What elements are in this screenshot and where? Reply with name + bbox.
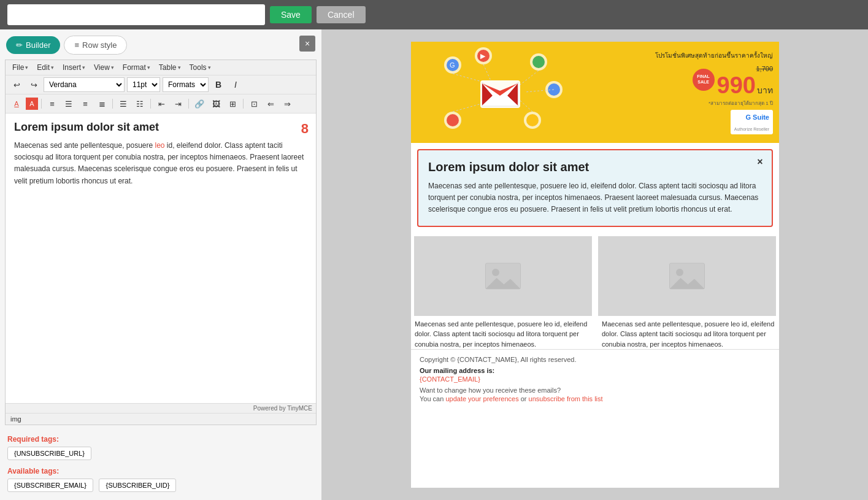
- svg-line-18: [520, 101, 532, 112]
- formats-select[interactable]: Formats: [163, 77, 209, 92]
- image-placeholder-icon-2: [669, 258, 705, 294]
- promo-headline: โปรโมชั่นพิเศษสุดท้ายก่อนขึ้นราคาครั้งให…: [592, 51, 773, 60]
- indent-increase-button[interactable]: ⇥: [171, 96, 185, 111]
- format-toolbar: ↩ ↪ Verdana Arial Times New Roman 11pt 1…: [6, 75, 316, 94]
- alignment-toolbar: A A ≡ ☰ ≡ ≣ ☰ ☷ ⇤ ⇥ 🔗 🖼 ⊞ ⊡ ⇐ ⇒: [6, 94, 316, 113]
- editor-path: img: [6, 413, 316, 425]
- right-panel: G ▶: [322, 29, 868, 500]
- change-text: Want to change how you receive these ema…: [420, 387, 770, 394]
- email-text-row: Maecenas sed ante pellentesque, posuere …: [411, 319, 779, 350]
- image-placeholder-icon-1: [485, 258, 521, 294]
- builder-tab[interactable]: ✏ Builder: [6, 36, 60, 54]
- menu-view[interactable]: View ▾: [91, 62, 117, 73]
- or-text: or: [521, 395, 527, 402]
- unsubscribe-link[interactable]: unsubscribe from this list: [529, 395, 603, 402]
- email-preview: G ▶: [411, 42, 779, 488]
- final-sale-badge: FINAL SALE: [693, 69, 715, 91]
- svg-text:G: G: [450, 61, 455, 69]
- email-col2: Maecenas sed ante pellentesque, posuere …: [598, 319, 779, 350]
- save-button[interactable]: Save: [270, 6, 312, 23]
- banner-illustration: G ▶: [434, 47, 569, 139]
- undo-button[interactable]: ↩: [9, 77, 24, 92]
- font-bgcolor-button[interactable]: A: [26, 98, 38, 110]
- editor-footer: Powered by TinyMCE: [6, 403, 316, 413]
- popup-heading: Lorem ipsum dolor sit amet: [428, 160, 762, 174]
- pencil-icon: ✏: [16, 40, 23, 50]
- unsubscribe-url-tag[interactable]: {UNSUBSCRIBE_URL}: [7, 447, 91, 460]
- panel-tabs: ✏ Builder ≡ Row style ×: [0, 29, 321, 55]
- svg-point-7: [532, 56, 545, 68]
- image-button[interactable]: 🖼: [209, 96, 223, 111]
- mailing-label: Our mailing address is:: [420, 367, 494, 374]
- link-button[interactable]: 🔗: [192, 96, 207, 111]
- menu-insert[interactable]: Insert ▾: [60, 62, 88, 73]
- bold-button[interactable]: B: [211, 77, 226, 92]
- direction-ltr-button[interactable]: ⇐: [263, 96, 278, 111]
- image-placeholder-1: [414, 236, 592, 316]
- you-can-text: You can: [420, 395, 444, 402]
- svg-line-16: [520, 71, 539, 85]
- font-select[interactable]: Verdana Arial Times New Roman: [44, 77, 125, 92]
- email-banner: G ▶: [411, 42, 779, 143]
- svg-point-11: [526, 114, 539, 126]
- contact-email-link[interactable]: {CONTACT_EMAIL}: [420, 375, 480, 383]
- email-col1: Maecenas sed ante pellentesque, posuere …: [411, 319, 592, 350]
- redo-button[interactable]: ↪: [26, 77, 41, 92]
- subscriber-uid-tag[interactable]: {SUBSCRIBER_UID}: [99, 479, 176, 492]
- left-panel: ✏ Builder ≡ Row style × File ▾ Edit ▾ In…: [0, 29, 322, 500]
- popup-close-button[interactable]: ×: [753, 155, 767, 169]
- gsuite-sub: Authorize Reseller: [734, 127, 769, 131]
- svg-point-27: [492, 269, 499, 276]
- banner-footnote: *สามารถต่ออายุได้มากสุด 1 ปี: [592, 99, 773, 107]
- image-placeholder-2: [598, 236, 776, 316]
- editor-content[interactable]: Lorem ipsum dolor sit amet 8 Maecenas se…: [6, 113, 316, 403]
- editor-heading: Lorem ipsum dolor sit amet: [14, 121, 307, 134]
- editor-area: File ▾ Edit ▾ Insert ▾ View ▾ Format ▾ T…: [5, 60, 317, 425]
- banner-bg: G ▶: [411, 42, 779, 143]
- tags-section: Required tags: {UNSUBSCRIBE_URL} Availab…: [0, 430, 321, 500]
- topbar: G-Suite Save Cancel: [0, 0, 868, 29]
- style-icon: ≡: [74, 40, 79, 50]
- copyright-text: Copyright © {CONTACT_NAME}, All rights r…: [420, 356, 770, 363]
- subscriber-email-tag[interactable]: {SUBSCRIBER_EMAIL}: [7, 479, 93, 492]
- size-select[interactable]: 11pt 12pt 14pt: [127, 77, 160, 92]
- align-left-button[interactable]: ≡: [45, 96, 60, 111]
- panel-close-button[interactable]: ×: [299, 36, 315, 52]
- show-blocks-button[interactable]: ⊡: [247, 96, 261, 111]
- banner-left: G ▶: [411, 47, 592, 139]
- align-right-button[interactable]: ≡: [78, 96, 93, 111]
- editor-paragraph: Maecenas sed ante pellentesque, posuere …: [14, 140, 307, 187]
- italic-button[interactable]: I: [228, 77, 243, 92]
- menu-table[interactable]: Table ▾: [156, 62, 184, 73]
- required-tags-label: Required tags:: [7, 435, 314, 444]
- direction-rtl-button[interactable]: ⇒: [280, 96, 294, 111]
- font-color-button[interactable]: A: [9, 96, 24, 111]
- indent-decrease-button[interactable]: ⇤: [154, 96, 169, 111]
- menu-toolbar: File ▾ Edit ▾ Insert ▾ View ▾ Format ▾ T…: [6, 60, 316, 75]
- popup-body: Maecenas sed ante pellentesque, posuere …: [428, 180, 762, 216]
- red-number: 8: [301, 121, 309, 137]
- gsuite-label: G Suite: [745, 113, 769, 121]
- image-row: [411, 233, 779, 319]
- cancel-button[interactable]: Cancel: [317, 6, 366, 23]
- menu-format[interactable]: Format ▾: [120, 62, 153, 73]
- sale-price: 990: [717, 74, 756, 97]
- svg-point-13: [447, 114, 459, 126]
- original-price: 1,700: [756, 65, 773, 72]
- menu-edit[interactable]: Edit ▾: [34, 62, 57, 73]
- align-justify-button[interactable]: ≣: [94, 96, 109, 111]
- menu-file[interactable]: File ▾: [9, 62, 31, 73]
- popup-box: Lorem ipsum dolor sit amet Maecenas sed …: [417, 149, 773, 227]
- table-insert-button[interactable]: ⊞: [225, 96, 240, 111]
- ordered-list-button[interactable]: ☷: [133, 96, 147, 111]
- unordered-list-button[interactable]: ☰: [116, 96, 131, 111]
- align-center-button[interactable]: ☰: [61, 96, 76, 111]
- menu-tools[interactable]: Tools ▾: [186, 62, 214, 73]
- email-footer: Copyright © {CONTACT_NAME}, All rights r…: [411, 349, 779, 409]
- rowstyle-tab[interactable]: ≡ Row style: [64, 36, 127, 55]
- available-tags-label: Available tags:: [7, 467, 314, 475]
- update-prefs-link[interactable]: update your preferences: [445, 395, 518, 402]
- title-input[interactable]: G-Suite: [7, 4, 265, 25]
- popup-overlay: Lorem ipsum dolor sit amet Maecenas sed …: [411, 149, 779, 227]
- main-layout: ✏ Builder ≡ Row style × File ▾ Edit ▾ In…: [0, 29, 868, 500]
